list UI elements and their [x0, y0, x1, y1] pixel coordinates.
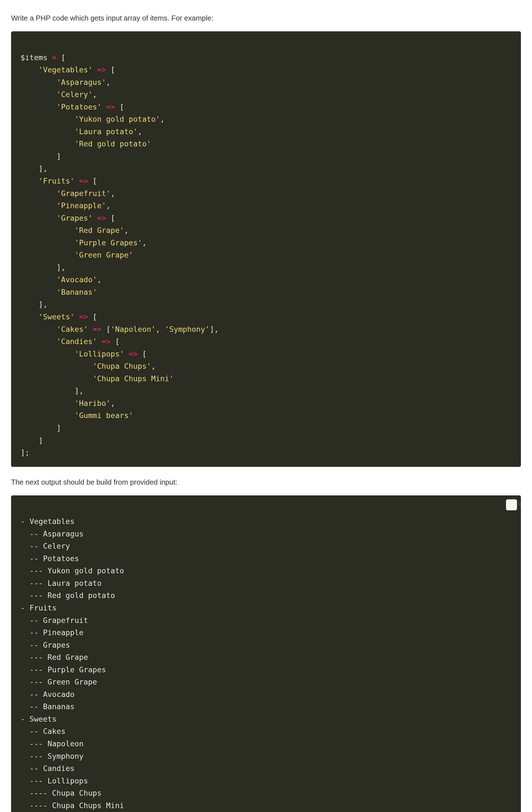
output-line: --- Purple Grapes — [20, 665, 106, 674]
code-token: 'Candies' — [57, 337, 97, 346]
output-line: --- Napoleon — [20, 739, 84, 748]
code-token: , — [124, 226, 129, 234]
code-token: , — [142, 238, 147, 247]
output-line: -- Pineapple — [20, 628, 84, 637]
code-token: 'Asparagus' — [57, 78, 106, 87]
code-token: 'Potatoes' — [57, 103, 102, 111]
code-token: , — [156, 325, 165, 334]
code-token: ], — [57, 263, 66, 272]
output-line: - Fruits — [20, 604, 57, 612]
code-token: 'Symphony' — [165, 325, 210, 334]
code-token: => — [92, 214, 110, 222]
code-token: [ — [115, 337, 119, 346]
code-token: [ — [92, 177, 97, 185]
code-token: , — [106, 201, 110, 210]
code-token: => — [75, 313, 92, 321]
code-token: , — [138, 127, 142, 136]
code-token: => — [75, 177, 92, 185]
code-token: ]; — [20, 448, 30, 457]
output-line: --- Symphony — [20, 752, 84, 760]
code-token: 'Red Grape' — [75, 226, 124, 234]
code-token: , — [151, 362, 156, 371]
output-line: -- Grapes — [20, 641, 70, 649]
output-line: --- Laura potato — [20, 579, 102, 588]
code-token: 'Bananas' — [57, 288, 97, 296]
code-token: , — [97, 275, 101, 284]
output-line: -- Cakes — [20, 727, 66, 736]
output-line: --- Red Grape — [20, 653, 88, 662]
copy-button[interactable] — [506, 499, 517, 510]
code-token: ] — [57, 152, 61, 160]
code-token: [ — [110, 214, 115, 222]
code-token: ], — [210, 325, 219, 334]
copy-icon — [500, 495, 521, 523]
code-token: 'Fruits' — [39, 177, 75, 185]
php-code-block: $items = [ 'Vegetables' => [ 'Asparagus'… — [11, 31, 521, 467]
code-token: ], — [39, 164, 48, 173]
code-token: 'Vegetables' — [39, 66, 92, 74]
code-token: => — [97, 337, 115, 346]
code-token: ], — [39, 300, 48, 308]
code-token: [ — [92, 313, 97, 321]
code-token: 'Grapefruit' — [57, 189, 110, 198]
code-token: $items — [20, 53, 52, 62]
code-token: 'Napoleon' — [110, 325, 156, 334]
code-token: 'Gummi bears' — [75, 411, 133, 420]
output-line: -- Avocado — [20, 690, 75, 699]
code-token: [ — [57, 53, 66, 62]
code-token: 'Celery' — [57, 90, 92, 99]
output-line: ---- Chupa Chups Mini — [20, 801, 124, 810]
code-token: ], — [75, 387, 84, 395]
output-line: --- Green Grape — [20, 678, 97, 686]
code-token: => — [88, 325, 106, 334]
code-token: [ — [120, 103, 124, 111]
output-line: -- Candies — [20, 764, 75, 773]
code-token: 'Red gold potato' — [75, 140, 151, 148]
code-token: 'Grapes' — [57, 214, 92, 222]
code-token: 'Yukon gold potato' — [75, 115, 160, 124]
code-token: 'Green Grape' — [75, 251, 133, 259]
code-token: => — [92, 66, 110, 74]
code-token: [ — [106, 325, 110, 334]
code-token: [ — [110, 66, 115, 74]
code-token: ] — [39, 436, 43, 445]
code-token: 'Cakes' — [57, 325, 88, 334]
output-line: -- Bananas — [20, 702, 75, 711]
output-line: --- Lollipops — [20, 777, 88, 785]
output-line: -- Potatoes — [20, 554, 79, 563]
code-token: , — [92, 90, 97, 99]
output-line: --- Yukon gold potato — [20, 566, 124, 575]
intro-text: Write a PHP code which gets input array … — [11, 13, 521, 24]
code-token: [ — [142, 350, 147, 358]
code-token: = — [52, 53, 57, 62]
code-token: , — [160, 115, 165, 124]
output-line: - Vegetables — [20, 517, 75, 526]
code-token: ] — [57, 424, 61, 432]
mid-text: The next output should be build from pro… — [11, 477, 521, 488]
output-line: - Sweets — [20, 715, 57, 723]
code-token: 'Chupa Chups Mini' — [92, 374, 174, 383]
output-line: --- Red gold potato — [20, 591, 115, 600]
code-token: , — [106, 78, 110, 87]
code-token: 'Sweets' — [39, 313, 75, 321]
output-line: -- Grapefruit — [20, 616, 88, 625]
code-token: 'Chupa Chups' — [92, 362, 151, 371]
code-token: 'Laura potato' — [75, 127, 138, 136]
code-token: 'Pineapple' — [57, 201, 106, 210]
code-token: 'Avocado' — [57, 275, 97, 284]
output-line: -- Celery — [20, 542, 70, 550]
code-token: , — [110, 189, 115, 198]
code-token: => — [102, 103, 120, 111]
output-code-block: - Vegetables -- Asparagus -- Celery -- P… — [11, 495, 521, 812]
code-token: => — [124, 350, 142, 358]
code-token: 'Haribo' — [75, 399, 110, 407]
code-token: 'Purple Grapes' — [75, 238, 142, 247]
code-token: , — [110, 399, 115, 407]
code-token: 'Lollipops' — [75, 350, 124, 358]
output-line: ---- Chupa Chups — [20, 789, 102, 797]
output-line: -- Asparagus — [20, 530, 84, 538]
